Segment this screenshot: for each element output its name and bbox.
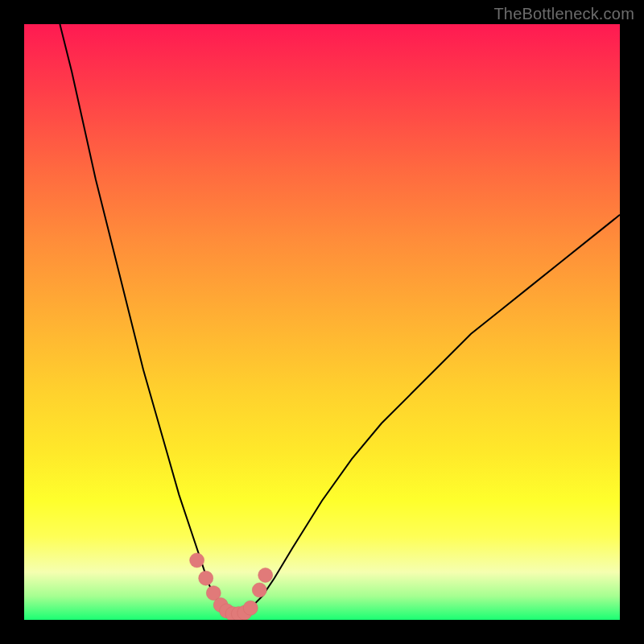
bottleneck-curve (60, 24, 620, 614)
highlight-dot (190, 553, 204, 568)
chart-overlay (24, 24, 620, 620)
watermark-text: TheBottleneck.com (493, 5, 634, 23)
highlight-dots-group (190, 553, 273, 620)
highlight-dot (258, 568, 273, 583)
highlight-dot (252, 583, 266, 597)
highlight-dot (199, 571, 213, 585)
highlight-dot (243, 601, 258, 615)
